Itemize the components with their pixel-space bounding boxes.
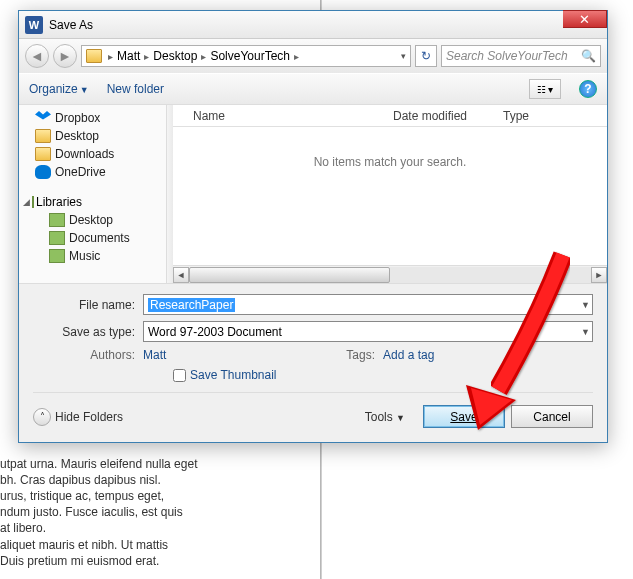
folder-icon: [35, 147, 51, 161]
horizontal-scrollbar[interactable]: ◄ ►: [173, 265, 607, 283]
libraries-icon: [32, 196, 34, 208]
tree-item-lib-documents[interactable]: Documents: [21, 229, 164, 247]
crumb-desktop[interactable]: Desktop: [153, 49, 197, 63]
authors-label: Authors:: [33, 348, 143, 362]
tree-libraries[interactable]: ◢Libraries: [21, 193, 164, 211]
hide-folders-button[interactable]: ˄ Hide Folders: [33, 408, 123, 426]
library-icon: [49, 249, 65, 263]
window-title: Save As: [49, 18, 563, 32]
tree-item-desktop[interactable]: Desktop: [21, 127, 164, 145]
folder-tree[interactable]: Dropbox Desktop Downloads OneDrive ◢Libr…: [19, 105, 167, 283]
search-icon: 🔍: [581, 49, 596, 63]
tree-item-dropbox[interactable]: Dropbox: [21, 109, 164, 127]
save-button[interactable]: Save: [423, 405, 505, 428]
new-folder-button[interactable]: New folder: [107, 82, 164, 96]
titlebar: W Save As ✕: [19, 11, 607, 39]
tree-item-downloads[interactable]: Downloads: [21, 145, 164, 163]
empty-message: No items match your search.: [173, 127, 607, 265]
toolbar: Organize▼ New folder ☷ ▾ ?: [19, 73, 607, 105]
scroll-left-button[interactable]: ◄: [173, 267, 189, 283]
help-button[interactable]: ?: [579, 80, 597, 98]
authors-value[interactable]: Matt: [143, 348, 166, 362]
word-app-icon: W: [25, 16, 43, 34]
col-name[interactable]: Name: [193, 109, 393, 123]
forward-button[interactable]: ►: [53, 44, 77, 68]
search-input[interactable]: Search SolveYourTech 🔍: [441, 45, 601, 67]
chevron-down-icon[interactable]: ▼: [581, 300, 590, 310]
savetype-label: Save as type:: [33, 325, 143, 339]
tags-value[interactable]: Add a tag: [383, 348, 434, 362]
save-thumbnail-checkbox[interactable]: [173, 369, 186, 382]
filename-input[interactable]: ResearchPaper ▼: [143, 294, 593, 315]
breadcrumb[interactable]: ▸ Matt ▸ Desktop ▸ SolveYourTech ▸ ▾: [81, 45, 411, 67]
folder-icon: [86, 49, 102, 63]
chevron-down-icon[interactable]: ▼: [581, 327, 590, 337]
save-as-dialog: W Save As ✕ ◄ ► ▸ Matt ▸ Desktop ▸ Solve…: [18, 10, 608, 443]
column-headers[interactable]: Name Date modified Type: [173, 105, 607, 127]
scroll-right-button[interactable]: ►: [591, 267, 607, 283]
file-list: Name Date modified Type No items match y…: [173, 105, 607, 283]
close-button[interactable]: ✕: [563, 10, 607, 28]
tree-item-lib-music[interactable]: Music: [21, 247, 164, 265]
save-thumbnail-label: Save Thumbnail: [190, 368, 277, 382]
view-button[interactable]: ☷ ▾: [529, 79, 561, 99]
library-icon: [49, 231, 65, 245]
col-type[interactable]: Type: [503, 109, 529, 123]
crumb-folder[interactable]: SolveYourTech: [210, 49, 290, 63]
form-area: File name: ResearchPaper ▼ Save as type:…: [19, 283, 607, 442]
library-icon: [49, 213, 65, 227]
cancel-button[interactable]: Cancel: [511, 405, 593, 428]
back-button[interactable]: ◄: [25, 44, 49, 68]
bg-text: utpat urna. Mauris eleifend nulla eget b…: [0, 456, 197, 569]
col-date[interactable]: Date modified: [393, 109, 503, 123]
onedrive-icon: [35, 165, 51, 179]
dropbox-icon: [35, 111, 51, 125]
filename-label: File name:: [33, 298, 143, 312]
tools-button[interactable]: Tools ▼: [365, 410, 405, 424]
savetype-select[interactable]: Word 97-2003 Document ▼: [143, 321, 593, 342]
folder-icon: [35, 129, 51, 143]
organize-button[interactable]: Organize▼: [29, 82, 89, 96]
navbar: ◄ ► ▸ Matt ▸ Desktop ▸ SolveYourTech ▸ ▾…: [19, 39, 607, 73]
tags-label: Tags:: [346, 348, 383, 362]
tree-item-lib-desktop[interactable]: Desktop: [21, 211, 164, 229]
refresh-button[interactable]: ↻: [415, 45, 437, 67]
chevron-up-icon: ˄: [33, 408, 51, 426]
tree-item-onedrive[interactable]: OneDrive: [21, 163, 164, 181]
crumb-user[interactable]: Matt: [117, 49, 140, 63]
scroll-thumb[interactable]: [189, 267, 390, 283]
